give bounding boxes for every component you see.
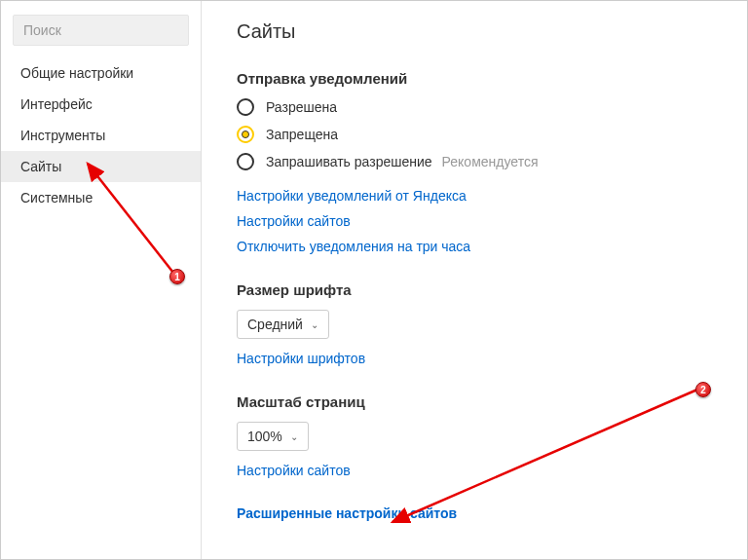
radio-ask[interactable]: Запрашивать разрешение Рекомендуется: [237, 153, 720, 170]
radio-label: Запрещена: [266, 127, 338, 142]
link-yandex-notifications[interactable]: Настройки уведомлений от Яндекса: [237, 188, 720, 204]
link-advanced-site-settings[interactable]: Расширенные настройки сайтов: [237, 505, 720, 521]
sidebar-item-sites[interactable]: Сайты: [1, 151, 201, 182]
radio-label: Разрешена: [266, 99, 337, 115]
annotation-marker-2: 2: [695, 382, 711, 397]
sidebar-item-interface[interactable]: Интерфейс: [1, 89, 201, 120]
link-zoom-sites[interactable]: Настройки сайтов: [237, 463, 720, 478]
font-size-select[interactable]: Средний ⌄: [237, 310, 329, 339]
sidebar-item-general[interactable]: Общие настройки: [1, 57, 201, 89]
annotation-marker-1: 1: [169, 269, 185, 284]
sidebar-item-tools[interactable]: Инструменты: [1, 120, 201, 151]
notifications-section: Отправка уведомлений Разрешена Запрещена…: [237, 70, 720, 254]
recommended-hint: Рекомендуется: [442, 154, 539, 169]
chevron-down-icon: ⌄: [290, 431, 298, 442]
radio-icon: [237, 126, 254, 143]
zoom-section: Масштаб страниц 100% ⌄ Настройки сайтов: [237, 393, 720, 478]
font-title: Размер шрифта: [237, 281, 720, 298]
link-site-settings[interactable]: Настройки сайтов: [237, 213, 720, 229]
link-disable-3h[interactable]: Отключить уведомления на три часа: [237, 239, 720, 254]
font-section: Размер шрифта Средний ⌄ Настройки шрифто…: [237, 281, 720, 366]
search-input[interactable]: Поиск: [13, 15, 189, 46]
sidebar-item-system[interactable]: Системные: [1, 182, 201, 213]
notifications-radio-group: Разрешена Запрещена Запрашивать разрешен…: [237, 98, 720, 170]
notifications-title: Отправка уведомлений: [237, 70, 720, 87]
zoom-select[interactable]: 100% ⌄: [237, 422, 309, 451]
radio-icon: [237, 153, 254, 170]
zoom-value: 100%: [247, 429, 282, 444]
link-font-settings[interactable]: Настройки шрифтов: [237, 351, 720, 366]
radio-allowed[interactable]: Разрешена: [237, 98, 720, 116]
page-title: Сайты: [237, 20, 720, 43]
zoom-title: Масштаб страниц: [237, 393, 720, 410]
radio-denied[interactable]: Запрещена: [237, 126, 720, 143]
font-size-value: Средний: [247, 317, 303, 332]
radio-icon: [237, 98, 254, 116]
radio-label: Запрашивать разрешение: [266, 154, 432, 169]
chevron-down-icon: ⌄: [311, 319, 318, 330]
main-content: Сайты Отправка уведомлений Разрешена Зап…: [209, 1, 747, 559]
